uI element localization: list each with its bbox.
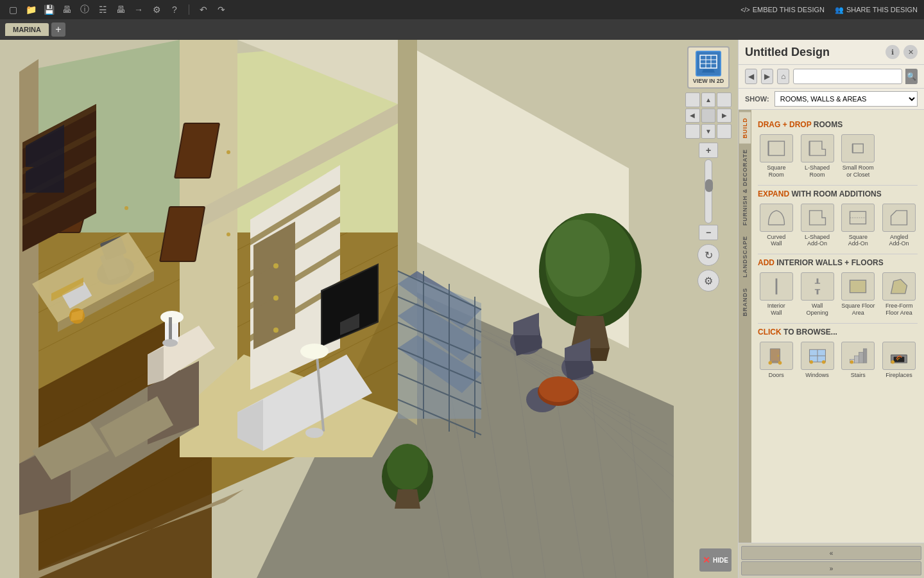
svg-point-123 (539, 376, 578, 402)
collapse-down-button[interactable]: » (741, 561, 921, 575)
view-2d-button[interactable]: VIEW IN 2D (687, 46, 730, 89)
svg-rect-131 (768, 141, 784, 155)
print2-icon[interactable]: 🖶 (114, 3, 127, 16)
nav-downright[interactable] (717, 124, 732, 139)
browse-grid: Doors Windows (758, 342, 918, 379)
print-icon[interactable]: 🖶 (60, 3, 73, 16)
svg-marker-133 (809, 141, 825, 155)
panel-title: Untitled Design (745, 46, 830, 59)
embed-button[interactable]: </> EMBED THIS DESIGN (740, 6, 825, 13)
browse-fireplaces[interactable]: Fireplaces (880, 342, 918, 379)
svg-point-152 (778, 361, 782, 365)
room-scene (0, 40, 738, 578)
zoom-track[interactable] (705, 159, 712, 223)
square-floor-label: Square FloorArea (841, 302, 875, 317)
nav-upleft[interactable] (685, 92, 700, 107)
open-icon[interactable]: 📁 (24, 3, 37, 16)
curved-wall-icon (760, 204, 793, 232)
svg-point-109 (545, 220, 610, 297)
doors-label: Doors (769, 372, 784, 379)
browse-windows[interactable]: Windows (799, 342, 836, 379)
interiors-grid: InteriorWall WallOpening (758, 272, 918, 317)
save-icon[interactable]: 💾 (42, 3, 55, 16)
canvas-area[interactable]: VIEW IN 2D ▲ ◀ ▶ ▼ + − (0, 40, 738, 578)
svg-point-86 (273, 295, 278, 301)
nav-upright[interactable] (717, 92, 732, 107)
nav-forward-button[interactable]: ▶ (761, 69, 773, 84)
svg-marker-114 (395, 489, 420, 509)
panel-close-button[interactable]: ✕ (903, 45, 918, 59)
zoom-out-button[interactable]: − (699, 225, 718, 240)
angled-addon-icon (882, 204, 916, 232)
nav-up[interactable]: ▲ (701, 92, 716, 107)
settings-icon[interactable]: ⚙ (150, 3, 163, 16)
interior-wall-item[interactable]: InteriorWall (758, 272, 795, 317)
svg-rect-164 (894, 356, 905, 362)
freeform-floor-item[interactable]: Free-FormFloor Area (880, 272, 918, 317)
topbar-left: ▢ 📁 💾 🖶 ⓘ ☵ 🖶 → ⚙ ? ↶ ↷ (6, 3, 228, 16)
addition-angled[interactable]: AngledAdd-On (880, 204, 918, 248)
panel-info-button[interactable]: ℹ (886, 45, 900, 59)
nav-right[interactable]: ▶ (717, 109, 732, 123)
nav-down[interactable]: ▼ (701, 124, 716, 139)
browse-doors[interactable]: Doors (758, 342, 795, 379)
nav-downleft[interactable] (685, 124, 700, 139)
zoom-in-button[interactable]: + (699, 143, 718, 158)
tab-marina[interactable]: MARINA (5, 23, 49, 36)
svg-point-57 (227, 150, 230, 154)
lshaped-addon-icon (801, 204, 834, 232)
pages-icon[interactable]: ☵ (96, 3, 109, 16)
room-item-lshaped[interactable]: L-ShapedRoom (799, 134, 836, 179)
nav-back-button[interactable]: ◀ (745, 69, 757, 84)
addition-square[interactable]: SquareAdd-On (840, 204, 877, 248)
rotate-button[interactable]: ↻ (697, 244, 719, 266)
room-item-square[interactable]: SquareRoom (758, 134, 795, 179)
rooms-grid: SquareRoom L-ShapedRoom (758, 134, 918, 179)
drag-drop-title: DRAG + DROP ROOMS (758, 120, 918, 129)
nav-center[interactable] (701, 109, 716, 123)
wall-opening-item[interactable]: WallOpening (799, 272, 836, 317)
help-icon[interactable]: ? (168, 3, 181, 16)
search-input[interactable] (793, 69, 902, 84)
undo-icon[interactable]: ↶ (197, 3, 210, 16)
additions-grid: CurvedWall L-ShapedAdd-On (758, 204, 918, 248)
square-floor-item[interactable]: Square FloorArea (840, 272, 877, 317)
divider2 (758, 254, 918, 254)
panel-body: BUILD FURNISH & DECORATE LANDSCAPE BRAND… (739, 110, 924, 543)
vtab-build[interactable]: BUILD (739, 112, 751, 144)
search-icon[interactable]: 🔍 (905, 69, 918, 84)
nav-home-button[interactable]: ⌂ (777, 69, 789, 84)
svg-rect-147 (850, 280, 866, 292)
fireplaces-icon (882, 342, 916, 370)
vtab-furnish[interactable]: FURNISH & DECORATE (739, 144, 751, 231)
show-select[interactable]: ROOMS, WALLS & AREAS (774, 91, 918, 107)
hide-button[interactable]: ✕ HIDE (699, 548, 732, 572)
share-button[interactable]: 👥 SHARE THIS DESIGN (835, 6, 918, 14)
vtab-brands[interactable]: BRANDS (739, 283, 751, 322)
nav-left[interactable]: ◀ (685, 109, 700, 123)
square-addon-icon (841, 204, 875, 232)
browse-stairs[interactable]: Stairs (840, 342, 877, 379)
addition-curved-wall[interactable]: CurvedWall (758, 204, 795, 248)
info-icon[interactable]: ⓘ (78, 3, 91, 16)
room-item-small[interactable]: Small Roomor Closet (840, 134, 877, 179)
redo-icon[interactable]: ↷ (215, 3, 228, 16)
freeform-floor-icon (882, 272, 916, 301)
view-2d-icon (696, 51, 721, 76)
svg-point-85 (273, 263, 278, 268)
collapse-up-button[interactable]: « (741, 546, 921, 560)
right-panel: Untitled Design ℹ ✕ ◀ ▶ ⌂ 🔍 SHOW: ROOMS,… (738, 40, 924, 578)
new-icon[interactable]: ▢ (6, 3, 19, 16)
settings-3d-button[interactable]: ⚙ (697, 270, 719, 292)
svg-point-162 (850, 360, 854, 364)
svg-point-106 (305, 428, 323, 438)
vtab-landscape[interactable]: LANDSCAPE (739, 231, 751, 283)
tab-add-button[interactable]: + (51, 22, 65, 37)
addition-lshaped[interactable]: L-ShapedAdd-On (799, 204, 836, 248)
view2d-label: VIEW IN 2D (693, 78, 724, 84)
svg-point-150 (777, 355, 779, 356)
fireplaces-label: Fireplaces (886, 372, 912, 379)
svg-rect-160 (859, 352, 864, 363)
export-icon[interactable]: → (132, 3, 145, 16)
zoom-bar: + − (699, 143, 718, 240)
